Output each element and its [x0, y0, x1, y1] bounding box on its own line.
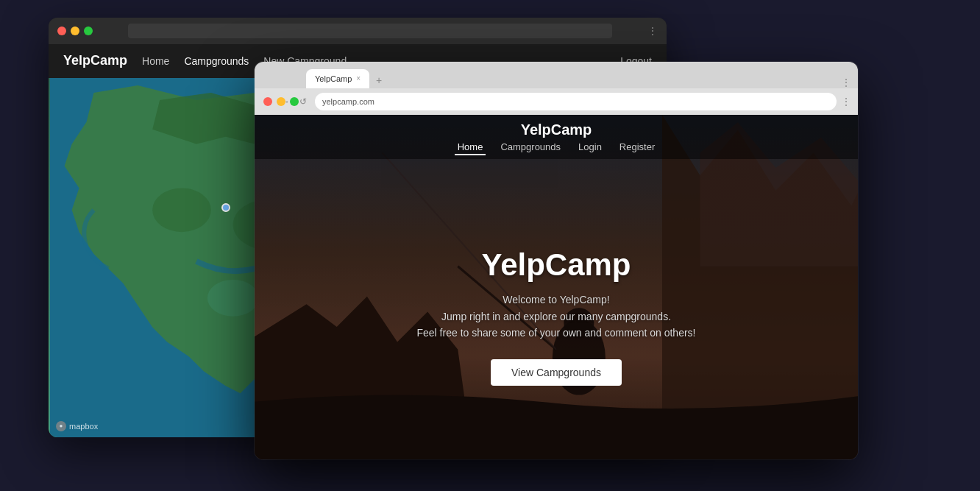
nav-home-back[interactable]: Home: [142, 55, 169, 67]
tab-bar: YelpCamp × + ⋮: [255, 62, 858, 88]
svg-point-1: [152, 188, 211, 232]
active-tab[interactable]: YelpCamp ×: [306, 69, 369, 88]
front-brand[interactable]: YelpCamp: [521, 121, 592, 138]
front-nav-register[interactable]: Register: [617, 140, 658, 155]
front-nav-campgrounds[interactable]: Campgrounds: [497, 140, 564, 155]
brand-back[interactable]: YelpCamp: [63, 53, 127, 68]
mapbox-icon: ●: [56, 421, 66, 431]
url-input[interactable]: yelpcamp.com: [315, 93, 837, 110]
hero-content: YelpCamp Welcome to YelpCamp! Jump right…: [255, 247, 858, 385]
hero-title: YelpCamp: [255, 247, 858, 283]
hero-section: YelpCamp Home Campgrounds Login Register…: [255, 115, 858, 459]
titlebar-back: ⋮: [49, 18, 667, 44]
browser-menu-dots[interactable]: ⋮: [841, 96, 852, 107]
navbar-front: YelpCamp Home Campgrounds Login Register: [255, 115, 858, 159]
hero-line2: Jump right in and explore our many campg…: [441, 311, 671, 322]
close-button-front[interactable]: [263, 97, 272, 106]
hero-line3: Feel free to share some of your own and …: [417, 327, 696, 339]
window-front: YelpCamp × + ⋮ ← → ↺ yelpcamp.com ⋮: [255, 62, 858, 459]
view-campgrounds-button[interactable]: View Campgrounds: [491, 359, 622, 386]
hero-line1: Welcome to YelpCamp!: [503, 294, 609, 305]
mapbox-logo: ● mapbox: [56, 421, 98, 431]
window-menu-dots[interactable]: ⋮: [841, 77, 852, 88]
svg-point-3: [207, 279, 259, 316]
hero-background: YelpCamp Home Campgrounds Login Register…: [255, 115, 858, 459]
tab-label: YelpCamp: [315, 74, 352, 83]
front-nav-links: Home Campgrounds Login Register: [455, 140, 658, 155]
close-button-back[interactable]: [57, 27, 66, 35]
new-tab-button[interactable]: +: [371, 72, 387, 88]
front-nav-login[interactable]: Login: [575, 140, 605, 155]
maximize-button-front[interactable]: [290, 97, 299, 106]
traffic-lights-front: [263, 97, 299, 106]
url-bar: ← → ↺ yelpcamp.com ⋮: [255, 88, 858, 115]
tab-close-btn[interactable]: ×: [356, 74, 361, 82]
mapbox-label: mapbox: [69, 422, 98, 431]
scene: ⋮ YelpCamp Home Campgrounds New Campgrou…: [49, 18, 931, 474]
front-nav-home[interactable]: Home: [455, 140, 486, 155]
menu-dots-back[interactable]: ⋮: [647, 25, 658, 37]
maximize-button-back[interactable]: [84, 27, 93, 35]
minimize-button-front[interactable]: [277, 97, 285, 106]
url-text: yelpcamp.com: [322, 97, 374, 106]
hero-subtitle: Welcome to YelpCamp! Jump right in and e…: [255, 292, 858, 341]
address-bar-back[interactable]: [128, 24, 612, 38]
traffic-lights-back: [57, 27, 93, 35]
minimize-button-back[interactable]: [71, 27, 79, 35]
nav-campgrounds-back[interactable]: Campgrounds: [184, 55, 249, 67]
